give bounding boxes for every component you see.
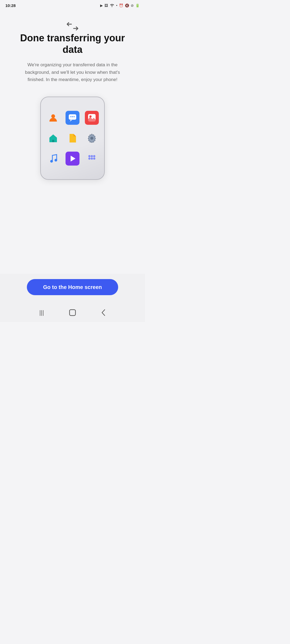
svg-rect-7 <box>52 140 54 142</box>
no-disturb-icon: ⊘ <box>131 3 134 8</box>
status-time: 10:28 <box>5 3 16 8</box>
alarm-icon: ⏰ <box>119 3 123 8</box>
svg-point-9 <box>90 137 93 140</box>
svg-point-13 <box>88 155 90 157</box>
svg-point-14 <box>91 155 93 157</box>
chat-icon <box>66 111 79 125</box>
photo-icon <box>85 111 99 125</box>
svg-point-0 <box>51 114 55 118</box>
person-icon <box>46 111 60 125</box>
wifi-icon <box>110 3 114 8</box>
svg-rect-3 <box>72 116 73 117</box>
home-icon <box>46 131 60 145</box>
music-icon <box>46 152 60 166</box>
file-icon <box>66 131 79 145</box>
main-content: Done transferring your data We're organi… <box>0 11 145 274</box>
phone-icons-grid <box>46 111 99 166</box>
battery-icon: 🔋 <box>135 3 140 8</box>
go-to-home-button[interactable]: Go to the Home screen <box>27 279 118 295</box>
phone-illustration <box>40 97 105 180</box>
play-indicator-icon: ▶ <box>100 3 103 8</box>
nav-bar: ||| <box>11 303 134 322</box>
svg-rect-4 <box>74 116 75 117</box>
svg-point-18 <box>93 158 95 160</box>
recent-apps-button[interactable]: ||| <box>39 309 44 316</box>
status-icons: ▶ 🖼 • ⏰ 🔇 ⊘ 🔋 <box>100 3 140 8</box>
dot-indicator: • <box>116 3 117 8</box>
svg-point-15 <box>93 155 95 157</box>
settings-icon <box>85 131 99 145</box>
home-nav-button[interactable] <box>69 309 76 316</box>
status-bar: 10:28 ▶ 🖼 • ⏰ 🔇 ⊘ 🔋 <box>0 0 145 11</box>
svg-rect-19 <box>70 310 75 316</box>
svg-point-11 <box>55 159 57 162</box>
svg-point-16 <box>88 158 90 160</box>
svg-point-17 <box>91 158 93 160</box>
svg-marker-12 <box>71 156 75 162</box>
back-button[interactable] <box>101 309 106 316</box>
svg-rect-2 <box>70 116 71 117</box>
image-indicator-icon: 🖼 <box>104 3 108 8</box>
svg-point-6 <box>89 115 92 118</box>
svg-point-10 <box>50 160 53 163</box>
dots-grid-icon <box>85 152 99 166</box>
transfer-arrows-icon <box>66 21 79 32</box>
play-icon <box>66 152 79 166</box>
page-subtext: We're organizing your transferred data i… <box>16 61 129 83</box>
page-heading: Done transferring your data <box>11 32 134 55</box>
mute-icon: 🔇 <box>125 3 129 8</box>
bottom-area: Go to the Home screen ||| <box>0 274 145 322</box>
